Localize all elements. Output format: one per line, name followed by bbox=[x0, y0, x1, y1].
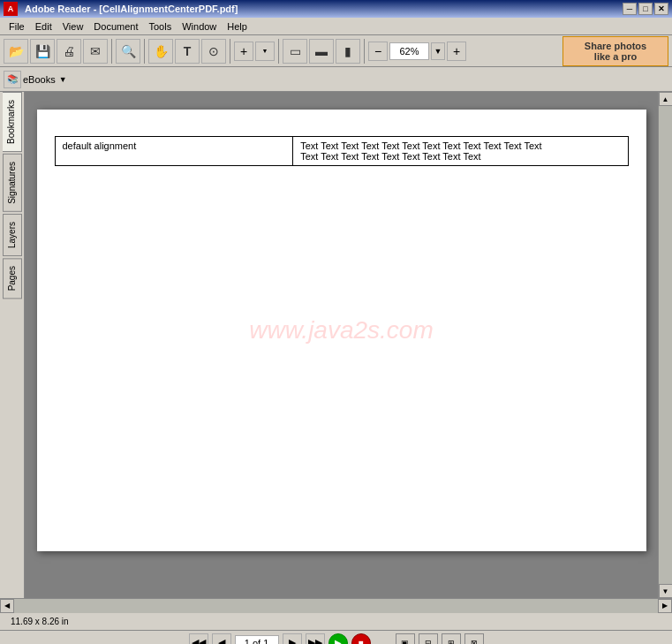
pdf-viewer[interactable]: default alignment Text Text Text Text Te… bbox=[25, 92, 658, 598]
table-cell-label: default alignment bbox=[55, 137, 293, 166]
open-folder-btn[interactable]: 📂 bbox=[4, 39, 28, 64]
menu-item-tools[interactable]: Tools bbox=[144, 19, 177, 34]
menu-item-document[interactable]: Document bbox=[88, 19, 143, 34]
pdf-page: default alignment Text Text Text Text Te… bbox=[37, 110, 646, 551]
snapshot-btn[interactable]: ⊙ bbox=[201, 39, 226, 64]
titlebar-left: A Adobe Reader - [CellAlignmentCenterPDF… bbox=[4, 2, 238, 16]
zoom-input-area: − ▼ + bbox=[368, 42, 466, 61]
scroll-track[interactable] bbox=[659, 106, 673, 584]
zoom-minus-btn[interactable]: − bbox=[368, 42, 388, 61]
share-photos-banner[interactable]: Share photos like a pro bbox=[563, 36, 668, 66]
nav-continuous-btn[interactable]: ⊟ bbox=[419, 633, 438, 645]
bookmarks-tab[interactable]: Bookmarks bbox=[3, 92, 22, 152]
toolbar-separator-3 bbox=[230, 39, 230, 64]
table-cell-content: Text Text Text Text Text Text Text Text … bbox=[293, 137, 628, 166]
email-btn[interactable]: ✉ bbox=[83, 39, 108, 64]
fit-height-btn[interactable]: ▮ bbox=[336, 39, 360, 64]
table-row: default alignment Text Text Text Text Te… bbox=[55, 137, 628, 166]
nav-stop-btn[interactable]: ■ bbox=[351, 633, 371, 645]
menu-item-edit[interactable]: Edit bbox=[30, 19, 57, 34]
hand-btn[interactable]: ✋ bbox=[148, 39, 173, 64]
ebooks-icon-btn[interactable]: 📚 bbox=[4, 71, 21, 88]
watermark: www.java2s.com bbox=[249, 316, 434, 345]
nav-cont-facing-btn[interactable]: ⊠ bbox=[464, 633, 484, 645]
fit-page-btn[interactable]: ▭ bbox=[283, 39, 307, 64]
toolbar1: 📂 💾 🖨 ✉ 🔍 ✋ T ⊙ + ▼ ▭ ▬ ▮ − ▼ + Share ph… bbox=[0, 35, 672, 67]
select-text-btn[interactable]: T bbox=[175, 39, 200, 64]
menu-item-help[interactable]: Help bbox=[222, 19, 253, 34]
scroll-right-arrow[interactable]: ▶ bbox=[658, 599, 672, 613]
pages-tab[interactable]: Pages bbox=[3, 258, 22, 299]
ebooks-dropdown-icon[interactable]: ▼ bbox=[59, 75, 67, 84]
main-area: Bookmarks Signatures Layers Pages defaul… bbox=[0, 92, 672, 598]
nav-facing-btn[interactable]: ⊞ bbox=[442, 633, 461, 645]
minimize-button[interactable]: ─ bbox=[623, 3, 637, 15]
scroll-down-arrow[interactable]: ▼ bbox=[659, 584, 673, 598]
titlebar-controls: ─ □ ✕ bbox=[623, 3, 668, 15]
share-photos-line1: Share photos bbox=[570, 41, 661, 51]
adobe-logo: A bbox=[4, 2, 18, 16]
adobe-logo-text: A bbox=[8, 4, 14, 13]
titlebar-title: Adobe Reader - [CellAlignmentCenterPDF.p… bbox=[25, 4, 238, 14]
zoom-dropdown-btn[interactable]: ▼ bbox=[431, 42, 445, 60]
bottom-scrollbar: ◀ ▶ bbox=[0, 598, 672, 612]
h-scroll-track[interactable] bbox=[14, 599, 658, 613]
toolbar2: 📚 eBooks ▼ bbox=[0, 67, 672, 92]
toolbar-separator-1 bbox=[111, 39, 112, 64]
menu-item-view[interactable]: View bbox=[57, 19, 89, 34]
toolbar-separator-2 bbox=[144, 39, 145, 64]
nav-page-input[interactable] bbox=[235, 635, 279, 645]
statusbar: 11.69 x 8.26 in bbox=[0, 612, 672, 630]
fit-width-btn[interactable]: ▬ bbox=[309, 39, 334, 64]
layers-tab[interactable]: Layers bbox=[3, 214, 22, 256]
nav-single-page-btn[interactable]: ▣ bbox=[396, 633, 415, 645]
close-button[interactable]: ✕ bbox=[654, 3, 668, 15]
page-size-label: 11.69 x 8.26 in bbox=[11, 617, 69, 626]
menu-item-window[interactable]: Window bbox=[177, 19, 222, 34]
ebooks-label: eBooks bbox=[23, 74, 56, 85]
menu-item-file[interactable]: File bbox=[4, 19, 30, 34]
right-scrollbar: ▲ ▼ bbox=[658, 92, 672, 598]
nav-prev-btn[interactable]: ◀ bbox=[212, 633, 231, 645]
left-panel: Bookmarks Signatures Layers Pages bbox=[0, 92, 25, 598]
signatures-tab[interactable]: Signatures bbox=[3, 154, 22, 212]
nav-first-btn[interactable]: ◀◀ bbox=[189, 633, 208, 645]
menubar: FileEditViewDocumentToolsWindowHelp bbox=[0, 18, 672, 35]
share-photos-line2: like a pro bbox=[570, 51, 661, 62]
nav-next-btn[interactable]: ▶ bbox=[283, 633, 302, 645]
titlebar: A Adobe Reader - [CellAlignmentCenterPDF… bbox=[0, 0, 672, 18]
save-btn[interactable]: 💾 bbox=[30, 39, 55, 64]
zoom-combo-arrow[interactable]: ▼ bbox=[255, 42, 275, 61]
zoom-area: + ▼ bbox=[234, 42, 275, 61]
scroll-left-arrow[interactable]: ◀ bbox=[0, 599, 14, 613]
toolbar-separator-4 bbox=[278, 39, 279, 64]
nav-last-btn[interactable]: ▶▶ bbox=[306, 633, 325, 645]
maximize-button[interactable]: □ bbox=[638, 3, 653, 15]
navbar: ◀◀ ◀ ▶ ▶▶ ▶ ■ ▣ ⊟ ⊞ ⊠ bbox=[0, 630, 672, 644]
search-btn[interactable]: 🔍 bbox=[116, 39, 140, 64]
print-btn[interactable]: 🖨 bbox=[57, 39, 81, 64]
pdf-content-table: default alignment Text Text Text Text Te… bbox=[55, 136, 629, 166]
zoom-in-btn[interactable]: + bbox=[234, 42, 253, 61]
scroll-up-arrow[interactable]: ▲ bbox=[659, 92, 673, 106]
zoom-plus-btn[interactable]: + bbox=[447, 42, 466, 61]
zoom-input[interactable] bbox=[389, 42, 429, 60]
toolbar-separator-5 bbox=[364, 39, 365, 64]
nav-play-btn[interactable]: ▶ bbox=[328, 633, 348, 645]
